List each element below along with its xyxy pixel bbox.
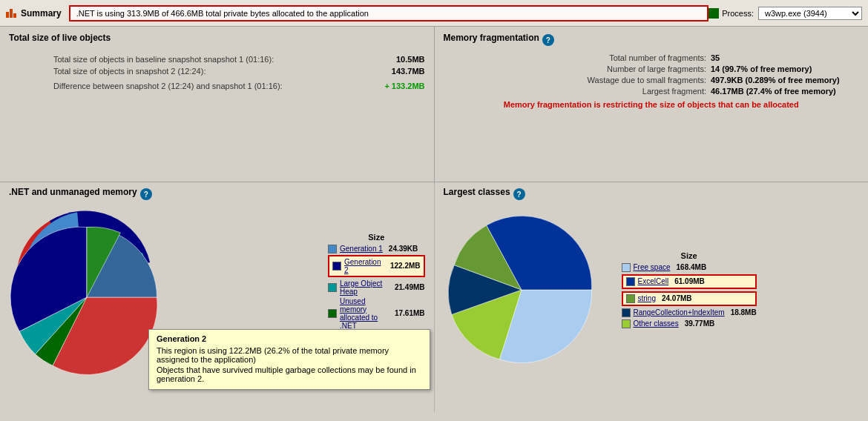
frag-stats: Total number of fragments: 35 Number of … [444, 53, 860, 96]
frag-value-4: 46.17MB (27.4% of free memory) [711, 87, 859, 96]
legend-excel-cell-label[interactable]: ExcelCell [638, 277, 669, 285]
stat-row-2: Total size of objects in snapshot 2 (12:… [53, 67, 425, 76]
stat-value-diff: + 133.2MB [384, 82, 424, 90]
net-memory-help-icon[interactable]: ? [140, 188, 152, 200]
largest-classes-pie [444, 212, 599, 369]
legend-other-classes-label[interactable]: Other classes [634, 319, 679, 328]
tooltip-line1: This region is using 122.2MB (26.2% of t… [157, 346, 422, 364]
legend-other-classes-color [622, 319, 631, 328]
legend-unused-label[interactable]: Unused memory allocated to .NET [340, 297, 389, 330]
legend-string-value: 24.07MB [662, 294, 692, 302]
legend-string-color [626, 294, 635, 303]
legend-gen2[interactable]: Generation 2 122.2MB [328, 255, 425, 277]
legend-gen1-label[interactable]: Generation 1 [340, 245, 383, 253]
net-memory-section: .NET and unmanaged memory ? [0, 182, 435, 412]
stat-value-1: 10.5MB [396, 55, 425, 64]
stat-label-1: Total size of objects in baseline snapsh… [53, 55, 274, 64]
legend-excel-cell-color [626, 277, 635, 286]
legend-gen2-color [332, 262, 341, 271]
frag-header: Memory fragmentation ? [444, 33, 860, 47]
legend-loh[interactable]: Large Object Heap 21.49MB [328, 279, 425, 296]
legend-excel-cell-value: 61.09MB [674, 277, 705, 285]
process-area: Process: w3wp.exe (3944) [708, 7, 862, 20]
gen2-tooltip: Generation 2 This region is using 122.2M… [148, 329, 430, 390]
frag-help-icon[interactable]: ? [542, 34, 554, 46]
net-memory-legend-title: Size [328, 233, 425, 242]
legend-gen1[interactable]: Generation 1 24.39KB [328, 245, 425, 253]
frag-label-1: Total number of fragments: [444, 53, 711, 62]
legend-free-space-color [622, 263, 631, 272]
legend-free-space[interactable]: Free space 168.4MB [622, 263, 757, 272]
header-title: Summary [6, 8, 62, 19]
stat-row-diff: Difference between snapshot 2 (12:24) an… [53, 82, 425, 90]
total-size-section: Total size of live objects Total size of… [0, 27, 435, 182]
tooltip-title: Generation 2 [157, 334, 422, 343]
legend-excel-cell[interactable]: ExcelCell 61.09MB [622, 274, 757, 289]
largest-classes-chart-area: Size Free space 168.4MB ExcelCell 61.09M… [444, 205, 860, 369]
frag-row-4: Largest fragment: 46.17MB (27.4% of free… [444, 87, 860, 96]
memory-frag-section: Memory fragmentation ? Total number of f… [435, 27, 869, 182]
legend-loh-value: 21.49MB [395, 283, 425, 291]
legend-other-classes[interactable]: Other classes 39.77MB [622, 319, 757, 328]
legend-gen1-color [328, 245, 337, 253]
frag-value-1: 35 [711, 53, 859, 62]
summary-label: Summary [21, 8, 62, 19]
bottom-panels: .NET and unmanaged memory ? [0, 182, 868, 412]
net-memory-pie [9, 205, 157, 354]
legend-string[interactable]: string 24.07MB [622, 291, 757, 306]
top-area: Total size of live objects Total size of… [0, 27, 868, 182]
frag-label-2: Number of large fragments: [444, 64, 711, 73]
tooltip-line2: Objects that have survived multiple garb… [157, 365, 422, 383]
stat-label-diff: Difference between snapshot 2 (12:24) an… [53, 82, 283, 90]
legend-unused-value: 17.61MB [395, 309, 425, 317]
process-icon [708, 8, 719, 19]
frag-value-3: 497.9KB (0.289% of free memory) [711, 76, 859, 84]
largest-classes-title: Largest classes [444, 187, 510, 197]
legend-range-collection-value: 18.8MB [731, 308, 757, 316]
frag-row-2: Number of large fragments: 14 (99.7% of … [444, 64, 860, 73]
memory-stats: Total size of objects in baseline snapsh… [53, 55, 425, 90]
legend-free-space-label[interactable]: Free space [634, 263, 671, 271]
frag-title: Memory fragmentation [444, 33, 539, 43]
legend-gen2-value: 122.2MB [390, 262, 421, 270]
legend-gen2-label[interactable]: Generation 2 [344, 258, 384, 274]
net-memory-title: .NET and unmanaged memory [9, 187, 137, 197]
legend-unused[interactable]: Unused memory allocated to .NET 17.61MB [328, 297, 425, 330]
process-select[interactable]: w3wp.exe (3944) [758, 7, 862, 20]
frag-label-4: Largest fragment: [444, 87, 711, 96]
stat-row-1: Total size of objects in baseline snapsh… [53, 55, 425, 64]
largest-classes-help-icon[interactable]: ? [513, 188, 525, 200]
legend-loh-label[interactable]: Large Object Heap [340, 279, 389, 296]
legend-unused-color [328, 309, 337, 318]
legend-range-collection-label[interactable]: RangeCollection+IndexItem [634, 308, 725, 316]
alert-message: .NET is using 313.9MB of 466.6MB total p… [69, 5, 709, 21]
legend-loh-color [328, 283, 337, 292]
stat-value-2: 143.7MB [392, 67, 425, 76]
frag-row-1: Total number of fragments: 35 [444, 53, 860, 62]
process-text: Process: [722, 9, 754, 18]
legend-gen1-value: 24.39KB [389, 245, 418, 253]
largest-classes-legend-title: Size [622, 251, 757, 260]
largest-classes-legend: Size Free space 168.4MB ExcelCell 61.09M… [622, 251, 757, 331]
net-memory-header: .NET and unmanaged memory ? [9, 187, 425, 202]
largest-classes-header: Largest classes ? [444, 187, 860, 202]
legend-range-collection-color [622, 308, 631, 317]
net-memory-legend: Size Generation 1 24.39KB Generation 2 1… [328, 233, 425, 342]
summary-icon [6, 9, 16, 18]
frag-value-2: 14 (99.7% of free memory) [711, 64, 859, 73]
frag-label-3: Wastage due to small fragments: [444, 76, 711, 84]
largest-classes-section: Largest classes ? [435, 182, 869, 412]
legend-string-label[interactable]: string [638, 294, 656, 302]
legend-free-space-value: 168.4MB [677, 263, 707, 271]
frag-row-3: Wastage due to small fragments: 497.9KB … [444, 76, 860, 84]
frag-warning: Memory fragmentation is restricting the … [444, 100, 860, 109]
legend-range-collection[interactable]: RangeCollection+IndexItem 18.8MB [622, 308, 757, 317]
process-label: Process: [708, 8, 754, 19]
stat-label-2: Total size of objects in snapshot 2 (12:… [53, 67, 206, 76]
total-size-title: Total size of live objects [9, 33, 111, 43]
legend-other-classes-value: 39.77MB [685, 319, 715, 328]
header-bar: Summary .NET is using 313.9MB of 466.6MB… [0, 0, 868, 27]
total-size-header: Total size of live objects [9, 33, 425, 47]
